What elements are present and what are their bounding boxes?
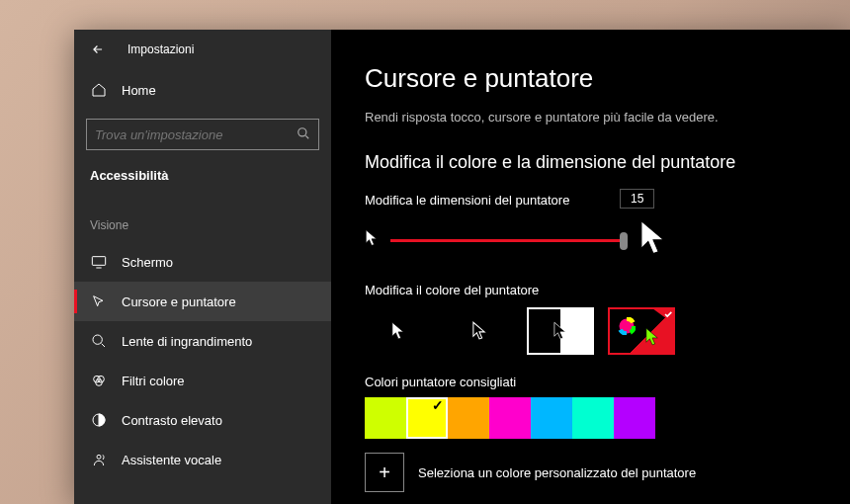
app-title: Impostazioni <box>128 42 194 56</box>
pointer-color-options <box>365 307 816 355</box>
pointer-size-slider[interactable] <box>390 230 628 250</box>
back-button[interactable] <box>88 40 108 59</box>
sidebar-header: Impostazioni <box>74 30 331 69</box>
pointer-size-row: Modifica le dimensioni del puntatore 15 <box>365 189 816 215</box>
pointer-color-label: Modifica il colore del puntatore <box>365 283 816 297</box>
narrator-icon <box>90 451 108 468</box>
swatch-cyan[interactable] <box>572 397 614 439</box>
color-option-black[interactable] <box>446 307 513 355</box>
sidebar-item-label: Assistente vocale <box>122 453 221 467</box>
color-option-white[interactable] <box>365 307 432 355</box>
section-title: Modifica il colore e la dimensione del p… <box>365 152 816 173</box>
cursor-small-icon <box>365 229 379 251</box>
color-option-custom[interactable] <box>608 307 675 355</box>
color-wheel-icon <box>618 317 636 339</box>
sidebar-item-high-contrast[interactable]: Contrasto elevato <box>74 400 331 440</box>
page-description: Rendi risposta tocco, cursore e puntator… <box>365 110 816 125</box>
settings-window: Impostazioni Home Accessibilità Visione … <box>74 30 850 504</box>
sidebar-item-color-filters[interactable]: Filtri colore <box>74 361 331 400</box>
pointer-size-slider-row <box>365 219 816 261</box>
search-icon <box>297 126 310 143</box>
page-title: Cursore e puntatore <box>365 63 816 94</box>
suggested-colors-label: Colori puntatore consigliati <box>365 375 816 389</box>
custom-color-row: + Seleziona un colore personalizzato del… <box>365 453 816 492</box>
sidebar-item-label: Filtri colore <box>122 374 185 388</box>
home-label: Home <box>122 83 156 98</box>
sidebar-item-cursor[interactable]: Cursore e puntatore <box>74 282 331 321</box>
pointer-size-value: 15 <box>620 189 654 209</box>
display-icon <box>90 253 108 271</box>
swatch-purple[interactable] <box>614 397 655 439</box>
sidebar-item-narrator[interactable]: Assistente vocale <box>74 440 331 479</box>
sidebar-item-label: Lente di ingrandimento <box>122 334 252 349</box>
swatch-yellow[interactable] <box>406 397 448 439</box>
custom-color-label: Seleziona un colore personalizzato del p… <box>418 465 696 480</box>
svg-point-2 <box>93 335 102 344</box>
sidebar-item-label: Contrasto elevato <box>122 413 222 428</box>
suggested-swatches <box>365 397 816 439</box>
magnifier-icon <box>90 332 108 350</box>
swatch-magenta[interactable] <box>489 397 531 439</box>
check-icon <box>652 308 674 324</box>
sidebar: Impostazioni Home Accessibilità Visione … <box>74 30 331 504</box>
group-vision-label: Visione <box>74 197 331 242</box>
search-input[interactable] <box>95 127 297 142</box>
add-custom-color-button[interactable]: + <box>365 453 404 492</box>
swatch-lime[interactable] <box>365 397 406 439</box>
plus-icon: + <box>379 462 390 484</box>
svg-point-0 <box>298 127 306 135</box>
svg-rect-1 <box>92 257 105 266</box>
sidebar-item-label: Schermo <box>122 255 173 270</box>
contrast-icon <box>90 411 108 429</box>
slider-thumb[interactable] <box>620 232 628 250</box>
svg-point-7 <box>97 455 101 459</box>
search-box[interactable] <box>86 119 319 150</box>
cursor-large-icon <box>639 219 667 261</box>
color-option-inverted[interactable] <box>527 307 594 355</box>
swatch-blue[interactable] <box>531 397 572 439</box>
home-button[interactable]: Home <box>74 69 331 111</box>
slider-track <box>390 239 628 242</box>
main-panel: Cursore e puntatore Rendi risposta tocco… <box>331 30 850 504</box>
sidebar-item-display[interactable]: Schermo <box>74 242 331 282</box>
home-icon <box>90 81 108 99</box>
sidebar-item-label: Cursore e puntatore <box>122 294 236 309</box>
color-filter-icon <box>90 372 108 389</box>
pointer-size-label: Modifica le dimensioni del puntatore <box>365 193 612 208</box>
section-accessibility: Accessibilità <box>74 164 331 197</box>
swatch-orange[interactable] <box>448 397 489 439</box>
cursor-icon <box>90 293 108 310</box>
sidebar-item-magnifier[interactable]: Lente di ingrandimento <box>74 321 331 361</box>
